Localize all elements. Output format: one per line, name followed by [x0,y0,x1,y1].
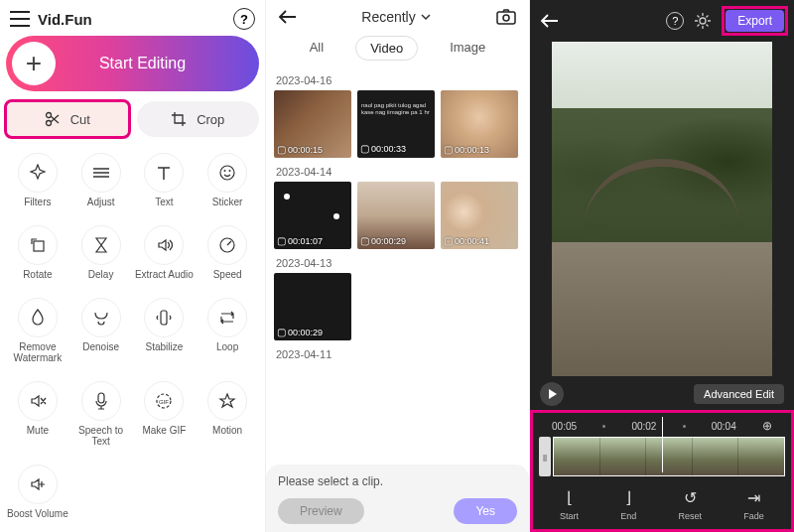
tool-delay[interactable]: Delay [69,221,133,290]
tool-speed[interactable]: Speed [196,221,259,290]
tool-speech[interactable]: Speech to Text [69,377,133,457]
crop-icon [171,111,187,127]
gear-icon[interactable] [694,12,712,30]
menu-icon[interactable] [10,11,30,27]
loop-icon [218,311,236,325]
control-start[interactable]: ⌊Start [560,488,579,521]
back-icon[interactable] [278,9,298,25]
tab-image[interactable]: Image [436,36,499,61]
delay-icon [94,236,108,254]
tool-gif[interactable]: GIFMake GIF [133,377,197,457]
video-thumb[interactable]: ▢00:00:41 [441,182,518,249]
svg-point-0 [46,113,51,118]
editor-panel: ? Export Advanced Edit 00:05 00:02 00:04… [530,0,794,532]
control-end[interactable]: ⌋End [620,488,636,521]
bracket-right-icon: ⌋ [625,488,631,507]
tool-loop[interactable]: Loop [196,294,259,373]
export-button[interactable]: Export [726,10,784,32]
control-fade[interactable]: ⇥Fade [743,488,764,521]
svg-point-3 [224,170,226,172]
filters-icon [29,164,47,182]
playhead[interactable] [662,417,663,472]
tool-rotate[interactable]: Rotate [6,221,69,290]
sticker-icon [218,164,236,182]
tool-motion[interactable]: Motion [196,377,259,457]
selection-footer: Please select a clip. Preview Yes [266,465,529,532]
videocam-icon: ▢ [277,144,286,155]
svg-rect-7 [161,311,167,325]
help-icon[interactable]: ? [233,8,255,30]
tab-video[interactable]: Video [355,36,418,61]
videocam-icon: ▢ [277,327,286,337]
videocam-icon: ▢ [444,144,453,155]
control-reset[interactable]: ↺Reset [679,488,703,521]
tool-extract-audio[interactable]: Extract Audio [133,221,197,290]
date-group-label: 2023-04-16 [276,74,521,86]
tool-denoise[interactable]: Denoise [69,294,133,373]
clip-handle-left[interactable]: || [539,437,551,476]
tool-grid: Filters Adjust Text Sticker Rotate Delay… [6,149,259,529]
videocam-icon: ▢ [360,143,369,155]
video-preview[interactable] [552,42,772,376]
start-editing-button[interactable]: + Start Editing [6,36,259,91]
svg-rect-8 [98,393,104,403]
back-icon[interactable] [540,13,560,29]
denoise-icon [92,310,110,326]
motion-icon [218,392,236,410]
svg-text:GIF: GIF [159,399,169,405]
zoom-icon[interactable]: ⊕ [762,419,772,433]
video-thumb[interactable]: naol pag pikit tulog agadkase nag iimagi… [357,90,435,158]
tool-adjust[interactable]: Adjust [69,149,133,217]
tool-stabilize[interactable]: Stabilize [133,294,197,373]
tools-panel: Vid.Fun ? + Start Editing Cut Crop Filte… [0,0,265,532]
chevron-down-icon [420,13,432,21]
help-icon[interactable]: ? [666,12,684,30]
boost-icon [29,476,47,492]
video-thumb[interactable]: ▢00:00:29 [357,182,435,249]
tool-sticker[interactable]: Sticker [196,149,259,217]
video-thumb[interactable]: ▢00:00:29 [274,273,351,340]
svg-point-12 [503,15,509,21]
tool-watermark[interactable]: Remove Watermark [6,294,69,373]
yes-button[interactable]: Yes [454,498,517,524]
tab-all[interactable]: All [296,36,337,61]
video-thumb[interactable]: ▢00:00:13 [441,90,518,158]
videocam-icon: ▢ [360,235,369,246]
advanced-edit-button[interactable]: Advanced Edit [694,384,784,404]
tool-filters[interactable]: Filters [6,149,69,217]
mute-icon [29,393,47,409]
scissors-icon [45,111,61,127]
bracket-left-icon: ⌊ [567,488,573,507]
app-title: Vid.Fun [38,11,92,28]
rotate-icon [29,236,47,254]
play-button[interactable] [540,382,564,406]
time-label: 00:05 [552,421,577,432]
reset-icon: ↺ [684,488,697,507]
sort-dropdown[interactable]: Recently [361,9,431,25]
svg-rect-11 [497,12,515,24]
videocam-icon: ▢ [277,235,286,246]
svg-point-2 [220,166,234,180]
date-group-label: 2023-04-11 [276,348,521,360]
video-thumb[interactable]: ▢00:01:07 [274,182,351,249]
tool-boost[interactable]: Boost Volume [6,461,69,529]
crop-button[interactable]: Crop [137,101,260,137]
svg-rect-5 [34,241,44,251]
text-icon [156,165,172,181]
videocam-icon: ▢ [444,235,453,246]
time-ruler[interactable]: 00:05 00:02 00:04 ⊕ [539,417,785,437]
cut-button[interactable]: Cut [6,101,129,137]
footer-message: Please select a clip. [278,474,517,488]
preview-button[interactable]: Preview [278,498,364,524]
tool-mute[interactable]: Mute [6,377,69,457]
svg-point-13 [700,18,706,24]
tool-text[interactable]: Text [133,149,197,217]
timeline-section: 00:05 00:02 00:04 ⊕ || ⌊Start ⌋End ↺Rese… [530,410,794,532]
play-icon [548,388,558,400]
video-thumb[interactable]: ▢00:00:15 [274,90,351,158]
gif-icon: GIF [155,392,173,410]
speed-icon [218,236,236,254]
time-label: 00:02 [631,421,656,432]
fade-icon: ⇥ [747,488,760,507]
camera-icon[interactable] [495,8,517,26]
